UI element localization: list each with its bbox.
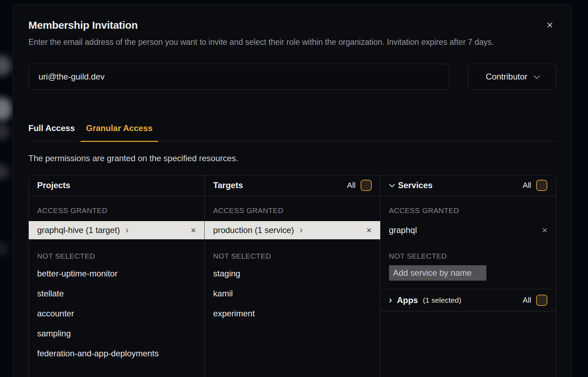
services-header[interactable]: Services All [381,176,556,196]
services-all-group: All [523,180,547,191]
projects-title: Projects [37,180,70,190]
backdrop-blur-fragment [0,164,9,179]
apps-row[interactable]: › Apps (1 selected) All [381,289,556,311]
projects-header: Projects [29,176,204,196]
target-item[interactable]: experiment [205,304,380,324]
targets-header: Targets All [205,176,380,196]
email-input[interactable] [28,64,450,90]
services-all-checkbox[interactable] [536,180,547,191]
add-service-input[interactable] [389,265,486,281]
apps-all-group: All [523,295,547,306]
projects-column: Projects ACCESS GRANTED graphql-hive (1 … [29,176,204,377]
selected-project-row[interactable]: graphql-hive (1 target) › × [29,221,204,239]
projects-list: better-uptime-monitor stellate accounter… [29,264,204,364]
targets-not-selected-label: NOT SELECTED [205,252,380,260]
resources-table: Projects ACCESS GRANTED graphql-hive (1 … [28,175,556,377]
projects-not-selected-label: NOT SELECTED [29,252,204,260]
backdrop-blur-fragment [0,55,11,76]
apps-all-checkbox[interactable] [536,295,547,306]
project-item[interactable]: stellate [29,284,204,304]
selected-target-label: production (1 service) [213,225,294,235]
services-not-selected-label: NOT SELECTED [381,252,556,260]
selected-service-label: graphql [389,225,417,235]
targets-title: Targets [213,180,243,190]
apps-selected-count: (1 selected) [423,296,461,304]
targets-all-checkbox[interactable] [361,180,372,191]
services-access-granted-label: ACCESS GRANTED [381,206,556,215]
remove-service-icon[interactable]: × [542,226,547,235]
tab-full-access[interactable]: Full Access [23,123,81,141]
targets-all-label: All [347,181,355,190]
target-item[interactable]: staging [205,264,380,284]
services-all-label: All [523,181,531,190]
close-icon[interactable]: × [543,19,556,31]
permissions-note: The permissions are granted on the speci… [28,153,556,163]
targets-all-group: All [347,180,371,191]
backdrop-blur-fragment [0,123,9,140]
target-item[interactable]: kamil [205,284,380,304]
chevron-down-icon [389,181,395,187]
tab-granular-access[interactable]: Granular Access [81,123,158,142]
backdrop-blur-fragment [0,97,12,121]
role-select-value: Contributor [486,72,527,82]
access-tabs: Full Access Granular Access [28,123,556,142]
chevron-right-icon: › [125,225,129,235]
apps-all-label: All [523,296,531,305]
dialog-title: Membership Invitation [28,19,556,31]
selected-project-label: graphql-hive (1 target) [37,225,120,235]
selected-target-row[interactable]: production (1 service) › × [205,221,380,239]
divider [381,311,556,311]
project-item[interactable]: sampling [29,324,204,344]
role-select[interactable]: Contributor [468,64,556,90]
targets-list: staging kamil experiment [205,264,380,324]
chevron-right-icon: › [389,295,392,305]
chevron-down-icon [533,73,540,79]
selected-service-row[interactable]: graphql × [381,221,556,239]
targets-column: Targets All ACCESS GRANTED production (1… [204,176,380,377]
project-item[interactable]: better-uptime-monitor [29,264,204,284]
remove-project-icon[interactable]: × [191,226,196,235]
project-item[interactable]: accounter [29,304,204,324]
apps-title: Apps [397,295,418,305]
project-item[interactable]: federation-and-app-deployments [29,344,204,364]
membership-invitation-dialog: × Membership Invitation Enter the email … [13,4,572,377]
services-title: Services [398,180,433,190]
projects-access-granted-label: ACCESS GRANTED [29,206,204,215]
chevron-right-icon: › [300,225,303,235]
dialog-description: Enter the email address of the person yo… [28,36,547,48]
services-column: Services All ACCESS GRANTED graphql × NO… [380,176,556,377]
invite-row: Contributor [28,64,556,90]
backdrop-blur-fragment [0,242,8,256]
targets-access-granted-label: ACCESS GRANTED [205,206,380,215]
remove-target-icon[interactable]: × [366,226,371,235]
